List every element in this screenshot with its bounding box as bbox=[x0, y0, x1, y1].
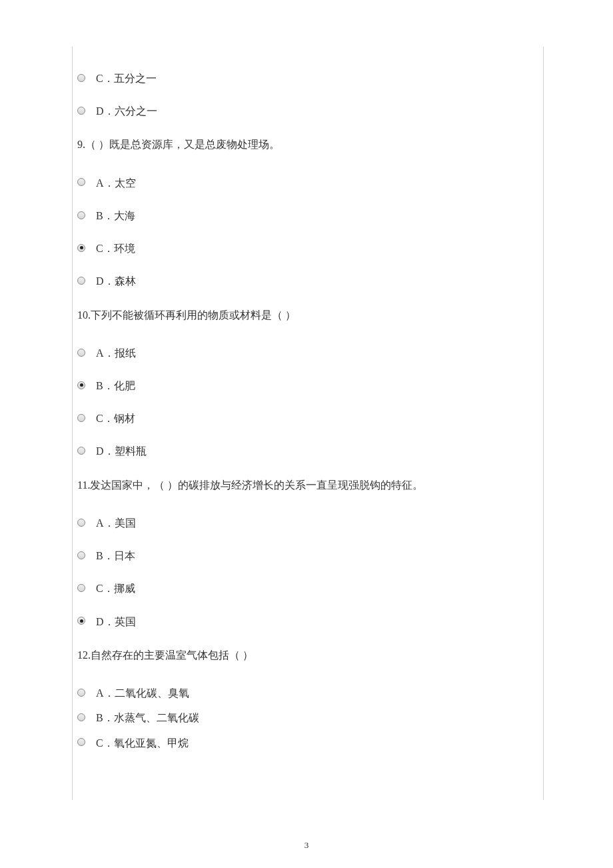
option-label: A．太空 bbox=[96, 177, 136, 189]
radio-button[interactable] bbox=[77, 584, 87, 593]
question-prompt: 11.发达国家中，（ ）的碳排放与经济增长的关系一直呈现强脱钩的特征。 bbox=[77, 479, 423, 491]
radio-button[interactable] bbox=[77, 551, 87, 561]
page-number: 3 bbox=[0, 840, 613, 851]
question-prompt: 9.（ ）既是总资源库，又是总废物处理场。 bbox=[77, 139, 280, 150]
radio-button[interactable] bbox=[77, 617, 87, 626]
radio-button[interactable] bbox=[77, 277, 87, 286]
option-label: C．钢材 bbox=[96, 412, 135, 425]
q12-option-b: B．水蒸气、二氧化碳 bbox=[77, 711, 543, 724]
option-label: D．森林 bbox=[96, 275, 136, 287]
radio-button[interactable] bbox=[77, 447, 87, 456]
option-label: A．二氧化碳、臭氧 bbox=[96, 687, 189, 699]
q11-option-c: C．挪威 bbox=[77, 582, 543, 595]
radio-button[interactable] bbox=[77, 519, 87, 528]
option-label: A．美国 bbox=[96, 517, 136, 529]
option-label: D．塑料瓶 bbox=[96, 445, 147, 457]
option-label: A．报纸 bbox=[96, 347, 136, 359]
question-prompt: 12.自然存在的主要温室气体包括（ ） bbox=[77, 649, 253, 661]
q9-option-d: D．森林 bbox=[77, 275, 543, 287]
page-container: C．五分之一 D．六分之一 9.（ ）既是总资源库，又是总废物处理场。 A．太空… bbox=[72, 47, 544, 800]
q9-option-b: B．大海 bbox=[77, 209, 543, 222]
option-label: C．五分之一 bbox=[96, 72, 157, 85]
radio-button[interactable] bbox=[77, 414, 87, 423]
question-11: 11.发达国家中，（ ）的碳排放与经济增长的关系一直呈现强脱钩的特征。 bbox=[77, 478, 543, 493]
question-prompt: 10.下列不能被循环再利用的物质或材料是（ ） bbox=[77, 309, 296, 321]
option-label: D．六分之一 bbox=[96, 105, 157, 117]
q10-option-a: A．报纸 bbox=[77, 347, 543, 359]
q9-option-a: A．太空 bbox=[77, 177, 543, 189]
q9-option-c: C．环境 bbox=[77, 242, 543, 255]
radio-button[interactable] bbox=[77, 211, 87, 221]
option-label: B．水蒸气、二氧化碳 bbox=[96, 711, 199, 724]
content-area: C．五分之一 D．六分之一 9.（ ）既是总资源库，又是总废物处理场。 A．太空… bbox=[73, 47, 543, 749]
q11-option-d: D．英国 bbox=[77, 615, 543, 628]
radio-button[interactable] bbox=[77, 178, 87, 187]
radio-button[interactable] bbox=[77, 713, 87, 723]
option-label: B．日本 bbox=[96, 549, 135, 562]
option-label: B．大海 bbox=[96, 209, 135, 222]
radio-button[interactable] bbox=[77, 381, 87, 391]
option-label: C．氧化亚氮、甲烷 bbox=[96, 737, 189, 749]
q12-option-c: C．氧化亚氮、甲烷 bbox=[77, 737, 543, 749]
orphan-option-d: D．六分之一 bbox=[77, 105, 543, 117]
option-label: C．环境 bbox=[96, 242, 135, 255]
radio-button[interactable] bbox=[77, 738, 87, 747]
question-10: 10.下列不能被循环再利用的物质或材料是（ ） bbox=[77, 308, 543, 323]
q11-option-b: B．日本 bbox=[77, 549, 543, 562]
question-12: 12.自然存在的主要温室气体包括（ ） bbox=[77, 648, 543, 663]
option-label: C．挪威 bbox=[96, 582, 135, 595]
radio-button[interactable] bbox=[77, 349, 87, 358]
q11-option-a: A．美国 bbox=[77, 517, 543, 529]
q10-option-c: C．钢材 bbox=[77, 412, 543, 425]
radio-button[interactable] bbox=[77, 74, 87, 83]
q10-option-b: B．化肥 bbox=[77, 379, 543, 392]
q12-option-a: A．二氧化碳、臭氧 bbox=[77, 687, 543, 699]
radio-button[interactable] bbox=[77, 244, 87, 253]
orphan-option-c: C．五分之一 bbox=[77, 72, 543, 85]
radio-button[interactable] bbox=[77, 107, 87, 116]
radio-button[interactable] bbox=[77, 689, 87, 698]
question-9: 9.（ ）既是总资源库，又是总废物处理场。 bbox=[77, 137, 543, 152]
option-label: D．英国 bbox=[96, 615, 136, 628]
option-label: B．化肥 bbox=[96, 379, 135, 392]
q10-option-d: D．塑料瓶 bbox=[77, 445, 543, 457]
